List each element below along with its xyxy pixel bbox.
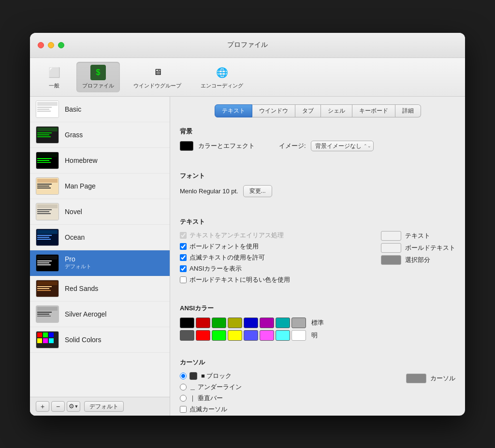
toolbar-encoding[interactable]: 🌐 エンコーディング bbox=[195, 62, 249, 92]
profile-thumb-grass bbox=[36, 126, 59, 144]
ansi-normal-2[interactable] bbox=[212, 318, 226, 328]
maximize-button[interactable] bbox=[58, 42, 64, 48]
text-color-row-2: ボールドテキスト bbox=[381, 243, 455, 253]
profile-name-basic: Basic bbox=[65, 105, 81, 113]
text-color-row-3: 選択部分 bbox=[381, 255, 455, 265]
toolbar-profiles[interactable]: $ プロファイル bbox=[76, 62, 120, 92]
background-title: 背景 bbox=[180, 127, 455, 136]
ansi-normal-0[interactable] bbox=[180, 318, 194, 328]
svg-rect-18 bbox=[37, 186, 49, 187]
text-color-swatch[interactable] bbox=[381, 231, 401, 241]
svg-rect-41 bbox=[37, 307, 58, 311]
font-section: フォント Menlo Regular 10 pt. 変更... bbox=[180, 172, 455, 200]
toolbar-general[interactable]: ⬜ 一般 bbox=[40, 62, 69, 92]
ansi-bright-row: 明 bbox=[180, 330, 455, 341]
cursor-main-row: ■ ブロック ＿ アンダーライン ｜ 垂直バー 点滅カーソル bbox=[180, 372, 455, 416]
cursor-bar-label: ｜ 垂直バー bbox=[189, 394, 223, 403]
svg-rect-44 bbox=[37, 316, 51, 317]
ansi-bright-5[interactable] bbox=[260, 330, 274, 341]
cursor-blink-checkbox[interactable] bbox=[180, 406, 187, 413]
ansi-normal-row: 標準 bbox=[180, 318, 455, 328]
bold-bright-checkbox[interactable] bbox=[180, 276, 187, 283]
profile-item-novel[interactable]: Novel bbox=[30, 199, 170, 225]
ansi-bright-1[interactable] bbox=[196, 330, 210, 341]
profile-item-silveraerogel[interactable]: Silver Aerogel bbox=[30, 302, 170, 327]
ansi-normal-7[interactable] bbox=[291, 318, 306, 328]
svg-rect-46 bbox=[37, 332, 42, 337]
cursor-color-swatch[interactable] bbox=[406, 374, 426, 383]
ansi-bright-4[interactable] bbox=[244, 330, 258, 341]
svg-rect-50 bbox=[43, 338, 48, 343]
ansi-bright-2[interactable] bbox=[212, 330, 226, 341]
profile-item-manpage[interactable]: Man Page bbox=[30, 173, 170, 199]
ansi-normal-4[interactable] bbox=[244, 318, 258, 328]
tab-shell[interactable]: シェル bbox=[321, 104, 352, 117]
ansi-checkbox[interactable] bbox=[180, 265, 187, 272]
minimize-button[interactable] bbox=[48, 42, 54, 48]
ansi-normal-1[interactable] bbox=[196, 318, 210, 328]
toolbar-encoding-label: エンコーディング bbox=[201, 82, 243, 89]
bold-text-color-swatch[interactable] bbox=[381, 243, 401, 253]
profile-item-solidcolors[interactable]: Solid Colors bbox=[30, 327, 170, 353]
bold-font-checkbox[interactable] bbox=[180, 243, 187, 250]
cursor-right: カーソル bbox=[406, 374, 455, 383]
profile-name-ocean: Ocean bbox=[65, 233, 85, 241]
ansi-bright-6[interactable] bbox=[276, 330, 290, 341]
default-button[interactable]: デフォルト bbox=[84, 401, 124, 412]
image-select[interactable]: 背景イメージなし bbox=[311, 141, 374, 151]
toolbar-windowgroups-label: ウインドウグループ bbox=[133, 82, 181, 89]
background-color-swatch[interactable] bbox=[180, 141, 193, 151]
cursor-bar-radio[interactable] bbox=[180, 395, 187, 402]
cursor-block-radio[interactable] bbox=[180, 373, 187, 379]
blink-text-label: 点滅テキストの使用を許可 bbox=[189, 253, 265, 262]
profile-thumb-ocean bbox=[36, 229, 59, 246]
profile-name-pro: Pro bbox=[65, 255, 91, 263]
ansi-normal-6[interactable] bbox=[276, 318, 290, 328]
close-button[interactable] bbox=[38, 42, 44, 48]
svg-rect-38 bbox=[37, 288, 49, 289]
profile-thumb-novel bbox=[36, 203, 59, 220]
blink-text-checkbox[interactable] bbox=[180, 254, 187, 261]
selection-color-swatch[interactable] bbox=[381, 255, 401, 265]
tab-text[interactable]: テキスト bbox=[215, 104, 252, 117]
svg-rect-51 bbox=[49, 338, 54, 343]
profile-item-redsands[interactable]: Red Sands bbox=[30, 276, 170, 302]
tab-tab[interactable]: タブ bbox=[295, 104, 321, 117]
remove-profile-button[interactable]: − bbox=[51, 401, 65, 412]
svg-rect-23 bbox=[37, 211, 49, 212]
antialias-label: テキストをアンチエイリアス処理 bbox=[189, 231, 284, 240]
profile-item-basic[interactable]: Basic bbox=[30, 97, 170, 122]
svg-rect-16 bbox=[37, 179, 58, 183]
toolbar-profiles-label: プロファイル bbox=[82, 82, 114, 89]
profile-item-pro[interactable]: Pro デフォルト bbox=[30, 250, 170, 276]
cursor-block-row: ■ ブロック bbox=[180, 372, 396, 380]
tab-keyboard[interactable]: キーボード bbox=[352, 104, 395, 117]
ansi-normal-5[interactable] bbox=[260, 318, 274, 328]
ansi-normal-3[interactable] bbox=[228, 318, 242, 328]
profile-item-homebrew[interactable]: Homebrew bbox=[30, 148, 170, 173]
checkbox-blink-text: 点滅テキストの使用を許可 bbox=[180, 253, 371, 262]
cursor-underline-radio[interactable] bbox=[180, 384, 187, 390]
tab-advanced[interactable]: 詳細 bbox=[395, 104, 421, 117]
sidebar: Basic Grass Homebrew bbox=[30, 97, 170, 416]
profile-item-grass[interactable]: Grass bbox=[30, 122, 170, 148]
antialias-checkbox[interactable] bbox=[180, 232, 187, 239]
profile-item-ocean[interactable]: Ocean bbox=[30, 225, 170, 250]
svg-rect-36 bbox=[37, 281, 58, 285]
profile-name-silveraerogel: Silver Aerogel bbox=[65, 310, 106, 318]
svg-rect-34 bbox=[37, 264, 51, 265]
add-profile-button[interactable]: + bbox=[36, 401, 49, 412]
ansi-bright-0[interactable] bbox=[180, 330, 194, 341]
ansi-bright-7[interactable] bbox=[291, 330, 306, 341]
gear-button[interactable]: ⚙ ▼ bbox=[67, 401, 80, 412]
ansi-bright-3[interactable] bbox=[228, 330, 242, 341]
font-change-button[interactable]: 変更... bbox=[243, 185, 272, 197]
svg-rect-24 bbox=[37, 213, 51, 214]
main-window: プロファイル ⬜ 一般 $ プロファイル 🖥 ウインドウグループ 🌐 エンコーデ… bbox=[30, 33, 465, 416]
svg-rect-31 bbox=[37, 256, 58, 260]
tab-window[interactable]: ウインドウ bbox=[252, 104, 295, 117]
toolbar-windowgroups[interactable]: 🖥 ウインドウグループ bbox=[128, 62, 187, 92]
profile-thumb-homebrew bbox=[36, 152, 59, 169]
svg-rect-14 bbox=[37, 162, 51, 163]
svg-rect-21 bbox=[37, 204, 58, 208]
